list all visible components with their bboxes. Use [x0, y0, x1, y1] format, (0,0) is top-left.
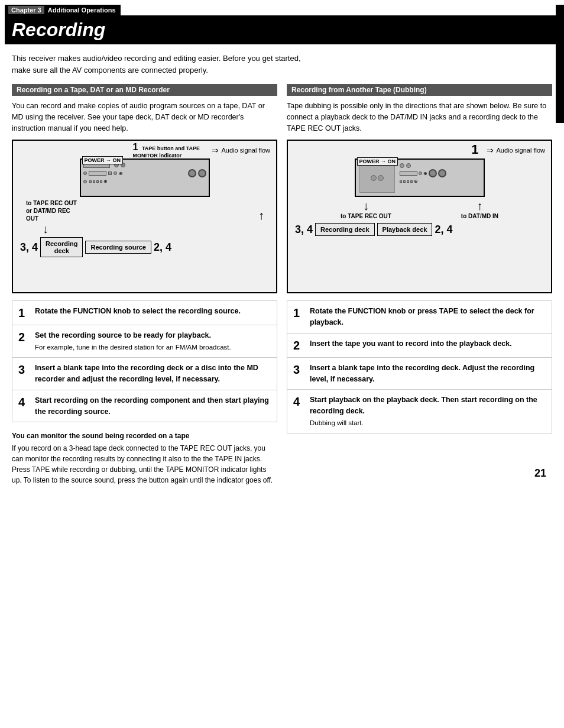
title-bar: Recording [5, 15, 559, 44]
left-step-4: 4 Start recording on the recording compo… [12, 390, 277, 422]
recording-source-box: Recording source [85, 241, 151, 254]
chapter-additional-ops: Additional Operations [48, 7, 116, 14]
to-dat-md-label: to DAT/MD IN [461, 213, 498, 219]
recording-deck-box-right: Recording deck [315, 223, 375, 236]
page-title: Recording [12, 19, 552, 41]
playback-deck-box: Playback deck [377, 223, 433, 236]
chapter-tag: Chapter 3 [8, 6, 44, 14]
left-section-header: Recording on a Tape, DAT or an MD Record… [12, 84, 277, 96]
right-column: Recording from Another Tape (Dubbing) Ta… [287, 84, 552, 486]
right-section-body: Tape dubbing is possible only in the dir… [287, 101, 552, 134]
power-label-right: POWER → ON [357, 157, 398, 166]
left-section-body: You can record and make copies of audio … [12, 101, 277, 134]
right-diagram: ⇒ Audio signal flow POWER → ON 1 [287, 140, 552, 293]
right-steps: 1 Rotate the FUNCTION knob or press TAPE… [287, 300, 552, 433]
page-number: 21 [534, 467, 546, 480]
page-margin-bar [556, 5, 564, 123]
left-diagram: ⇒ Audio signal flow POWER → ON 1 TAPE bu… [12, 140, 277, 293]
intro-text: This receiver makes audio/video recordin… [12, 53, 552, 76]
right-step-4: 4 Start playback on the playback deck. T… [287, 390, 552, 433]
left-step-3-4: 3, 4 [20, 241, 38, 254]
right-step-2-4: 2, 4 [435, 224, 452, 236]
right-section-header: Recording from Another Tape (Dubbing) [287, 84, 552, 96]
left-step-2-4: 2, 4 [154, 241, 171, 254]
right-step-3-4: 3, 4 [295, 224, 313, 236]
right-step-2: 2 Insert the tape you want to record int… [287, 334, 552, 358]
tape-label: 1 TAPE button and TAPE MONITOR indicator [133, 142, 210, 158]
recording-deck-box: Recording deck [40, 237, 83, 257]
left-column: Recording on a Tape, DAT or an MD Record… [12, 84, 277, 486]
power-label-left: POWER → ON [82, 156, 124, 164]
right-step-3: 3 Insert a blank tape into the recording… [287, 358, 552, 390]
left-audio-flow: ⇒ Audio signal flow [212, 145, 270, 155]
right-step-1: 1 Rotate the FUNCTION knob or press TAPE… [287, 301, 552, 334]
right-audio-flow: ⇒ Audio signal flow [487, 145, 545, 155]
to-tape-rec-label: to TAPE REC OUT [341, 213, 391, 219]
to-tape-label: to TAPE REC OUTor DAT/MD RECOUT [26, 199, 77, 222]
right-step-1-label: 1 [471, 142, 478, 157]
left-steps: 1 Rotate the FUNCTION knob to select the… [12, 300, 277, 422]
left-step-2: 2 Set the recording source to be ready f… [12, 325, 277, 358]
left-step-3: 3 Insert a blank tape into the recording… [12, 358, 277, 390]
left-step-1: 1 Rotate the FUNCTION knob to select the… [12, 301, 277, 325]
monitor-section: You can monitor the sound being recorded… [12, 431, 277, 486]
